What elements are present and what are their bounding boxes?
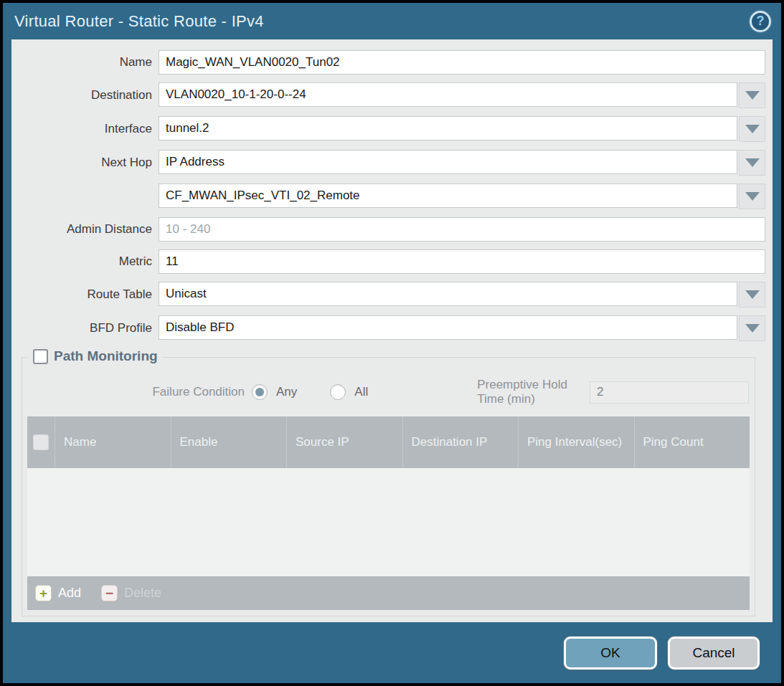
form-row-destination: Destination	[11, 82, 765, 108]
delete-button: − Delete	[101, 585, 161, 601]
admin-distance-label: Admin Distance	[11, 222, 159, 237]
form-row-name: Name	[11, 50, 765, 75]
admin-distance-input[interactable]	[159, 217, 765, 242]
table-body-empty	[27, 468, 750, 576]
interface-dropdown-button[interactable]	[739, 116, 765, 142]
column-header-ping-interval: Ping Interval(sec)	[518, 416, 634, 468]
form-row-next-hop-address	[11, 184, 765, 209]
path-monitoring-table: Name Enable Source IP Destination IP Pin…	[27, 416, 750, 610]
radio-option-any: Any	[252, 384, 297, 400]
next-hop-type-dropdown-button[interactable]	[739, 150, 765, 176]
chevron-down-icon	[745, 192, 760, 201]
add-plus-icon: +	[35, 585, 52, 601]
radio-any-label: Any	[276, 385, 297, 399]
delete-button-label: Delete	[124, 586, 161, 601]
help-icon[interactable]: ?	[750, 11, 771, 32]
form-row-metric: Metric	[11, 249, 765, 274]
failure-condition-row: Failure Condition Any All Preemptive Hol…	[22, 379, 749, 405]
table-header: Name Enable Source IP Destination IP Pin…	[27, 416, 750, 468]
form-row-admin-distance: Admin Distance	[11, 217, 765, 242]
radio-any	[252, 384, 268, 400]
dialog-footer: OK Cancel	[3, 622, 781, 683]
form-row-route-table: Route Table	[11, 282, 765, 308]
destination-label: Destination	[11, 88, 159, 103]
destination-dropdown-button[interactable]	[739, 82, 765, 108]
chevron-down-icon	[745, 324, 760, 333]
column-header-name: Name	[55, 416, 171, 468]
ok-button[interactable]: OK	[564, 637, 657, 670]
radio-option-all: All	[330, 384, 368, 400]
column-header-source-ip: Source IP	[286, 416, 402, 468]
chevron-down-icon	[745, 158, 760, 167]
next-hop-type-input[interactable]	[159, 150, 737, 174]
failure-condition-label: Failure Condition	[22, 385, 252, 399]
chevron-down-icon	[745, 91, 760, 100]
bfd-profile-label: BFD Profile	[11, 321, 159, 335]
interface-label: Interface	[11, 122, 159, 136]
column-header-destination-ip: Destination IP	[402, 416, 519, 468]
name-label: Name	[11, 55, 159, 70]
form-row-interface: Interface	[11, 116, 765, 142]
radio-dot	[255, 388, 264, 396]
dialog-outer-frame: Virtual Router - Static Route - IPv4 ? N…	[0, 0, 784, 686]
path-monitoring-checkbox[interactable]	[33, 349, 48, 364]
metric-input[interactable]	[159, 249, 765, 274]
static-route-dialog: Virtual Router - Static Route - IPv4 ? N…	[3, 3, 781, 683]
metric-label: Metric	[11, 254, 159, 269]
form-row-bfd-profile: BFD Profile	[11, 315, 765, 341]
route-table-dropdown-button[interactable]	[739, 282, 765, 308]
radio-all	[330, 384, 346, 400]
preemptive-hold-time-label: Preemptive Hold Time (min)	[477, 378, 583, 406]
column-header-enable: Enable	[171, 416, 287, 468]
route-table-label: Route Table	[11, 287, 159, 302]
add-button-label: Add	[58, 586, 81, 601]
table-header-select-all	[27, 416, 55, 468]
next-hop-address-input[interactable]	[159, 184, 737, 208]
failure-condition-radio-group: Any All	[252, 384, 391, 400]
route-table-input[interactable]	[159, 282, 737, 306]
bfd-profile-input[interactable]	[159, 315, 737, 340]
path-monitoring-legend: Path Monitoring	[28, 348, 163, 364]
next-hop-address-dropdown-button[interactable]	[739, 184, 765, 209]
dialog-titlebar: Virtual Router - Static Route - IPv4 ?	[3, 3, 781, 39]
cancel-button[interactable]: Cancel	[668, 637, 760, 670]
chevron-down-icon	[745, 125, 760, 133]
table-toolbar: + Add − Delete	[27, 576, 750, 610]
radio-all-label: All	[354, 385, 368, 399]
select-all-checkbox	[33, 434, 49, 450]
interface-input[interactable]	[159, 116, 737, 140]
name-input[interactable]	[159, 50, 765, 75]
dialog-content: Name Destination Interface	[11, 39, 773, 622]
path-monitoring-section: Path Monitoring Failure Condition Any Al…	[22, 357, 755, 616]
delete-minus-icon: −	[101, 585, 118, 601]
bfd-profile-dropdown-button[interactable]	[739, 315, 765, 341]
path-monitoring-title: Path Monitoring	[54, 348, 158, 364]
preemptive-hold-time-input	[590, 381, 749, 404]
form-row-next-hop: Next Hop	[11, 150, 765, 176]
destination-input[interactable]	[159, 82, 737, 107]
next-hop-label: Next Hop	[11, 156, 159, 170]
column-header-ping-count: Ping Count	[634, 416, 750, 468]
chevron-down-icon	[745, 290, 760, 299]
add-button: + Add	[35, 585, 81, 601]
dialog-title: Virtual Router - Static Route - IPv4	[14, 12, 264, 31]
